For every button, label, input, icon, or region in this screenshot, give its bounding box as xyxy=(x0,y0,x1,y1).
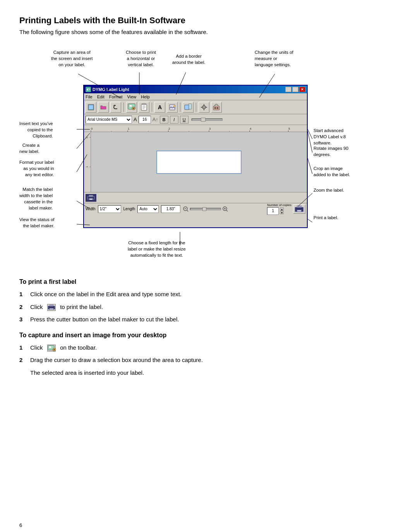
menu-edit[interactable]: Edit xyxy=(97,94,104,99)
step-2-3: The selected area is inserted into your … xyxy=(30,369,399,378)
underline-button[interactable]: U xyxy=(180,116,188,124)
step-num-2-2: 2 xyxy=(19,356,30,365)
more-tools-button[interactable] xyxy=(211,102,222,113)
toolbar-sep-2 xyxy=(152,103,152,112)
open-button[interactable] xyxy=(98,102,109,113)
ruler: 0 1 2 3 4 5 xyxy=(84,125,307,132)
svg-text:3: 3 xyxy=(209,127,211,130)
win-controls: _ □ ✕ xyxy=(285,87,305,92)
length-select[interactable]: Auto xyxy=(137,205,159,213)
bold-button[interactable]: B xyxy=(160,116,168,124)
dymo-toolbar: A xyxy=(84,100,307,114)
label-box xyxy=(156,151,242,174)
section2-steps: 1 Click on the toolbar. 2 Drag the curse… xyxy=(19,343,399,378)
svg-rect-81 xyxy=(49,346,51,348)
close-button[interactable]: ✕ xyxy=(299,87,305,92)
menu-format[interactable]: Format xyxy=(109,94,123,99)
maximize-button[interactable]: □ xyxy=(292,87,298,92)
svg-text:2: 2 xyxy=(168,127,170,130)
image-button[interactable] xyxy=(167,102,178,113)
section1-steps: 1 Click once on the label in the Edit ar… xyxy=(19,290,399,324)
callout-view-status: View the status of the label maker. xyxy=(19,216,55,229)
step-1-2: 2 Click to print the label. xyxy=(19,303,399,312)
dymo-icon: 🏷 xyxy=(86,87,91,92)
svg-rect-49 xyxy=(89,199,93,200)
dymo-titlebar: 🏷 DYMO Label Light _ □ ✕ xyxy=(84,86,307,93)
toolbar-sep-4 xyxy=(196,103,196,112)
text-slider[interactable] xyxy=(192,118,223,121)
copies-spinner: ▲ ▼ xyxy=(280,208,284,214)
width-select[interactable]: 1/2" xyxy=(98,205,121,213)
svg-rect-1 xyxy=(89,105,93,109)
zoom-controls xyxy=(183,206,228,212)
svg-point-17 xyxy=(203,106,205,108)
step-1-1-text: Click once on the label in the Edit area… xyxy=(30,290,182,299)
svg-rect-22 xyxy=(213,106,219,110)
svg-rect-79 xyxy=(50,309,53,309)
font-size-input[interactable] xyxy=(139,116,151,124)
svg-rect-3 xyxy=(129,105,132,107)
paste-clipboard-button[interactable] xyxy=(139,102,149,113)
svg-line-52 xyxy=(187,210,188,211)
svg-point-24 xyxy=(217,107,218,109)
svg-line-56 xyxy=(226,210,228,211)
font-select[interactable]: Arial Unicode MS xyxy=(86,116,132,124)
callout-rotate-images: Rotate images 90 degrees. xyxy=(314,145,348,158)
zoom-thumb xyxy=(202,207,206,211)
copies-down-button[interactable]: ▼ xyxy=(280,211,284,214)
section-print-first-label: To print a first label 1 Click once on t… xyxy=(19,278,399,324)
print-button[interactable] xyxy=(293,204,305,214)
step-num-2: 2 xyxy=(19,303,30,312)
page-title: Printing Labels with the Built-In Softwa… xyxy=(19,15,399,26)
callout-format-label: Format your label as you would in any te… xyxy=(19,159,54,178)
zoom-slider[interactable] xyxy=(190,208,221,210)
menu-view[interactable]: View xyxy=(127,94,137,99)
subtitle: The following figure shows some of the f… xyxy=(19,29,399,35)
length-label: Length xyxy=(123,207,135,211)
svg-rect-8 xyxy=(142,103,146,105)
step-num-3: 3 xyxy=(19,315,30,324)
dymo-window: 🏷 DYMO Label Light _ □ ✕ File Edit Forma… xyxy=(83,85,308,228)
svg-line-70 xyxy=(308,129,312,139)
zoom-out-icon xyxy=(183,206,189,212)
callout-zoom-label: Zoom the label. xyxy=(314,187,344,193)
svg-rect-59 xyxy=(297,206,302,208)
svg-rect-60 xyxy=(297,210,301,211)
section-capture-image: To capture and insert an image from your… xyxy=(19,332,399,378)
callout-add-border: Add a border around the label. xyxy=(172,53,206,65)
svg-point-13 xyxy=(173,105,175,107)
callout-change-units: Change the units of measure or language … xyxy=(255,49,293,68)
copies-area: Number of copies ▲ ▼ xyxy=(267,203,305,215)
copies-up-button[interactable]: ▲ xyxy=(280,208,284,211)
callout-create-new: Create a new label. xyxy=(19,142,39,154)
copies-input[interactable] xyxy=(267,207,279,215)
svg-text:1: 1 xyxy=(128,127,130,130)
new-label-button[interactable] xyxy=(86,102,96,113)
step-2-2: 2 Drag the curser to draw a selection bo… xyxy=(19,356,399,365)
step-num-2-1: 1 xyxy=(19,343,30,352)
zoom-in-icon xyxy=(222,206,228,212)
orientation-button[interactable] xyxy=(183,102,194,113)
callout-print-label: Print a label. xyxy=(314,215,338,221)
text-button[interactable]: A xyxy=(154,102,165,113)
callout-fixed-length: Choose a fixed length for the label or m… xyxy=(128,240,186,258)
window-title: DYMO Label Light xyxy=(93,87,129,92)
ruler-marks: 0 1 2 3 4 5 xyxy=(86,125,305,132)
minimize-button[interactable]: _ xyxy=(285,87,291,92)
edit-canvas[interactable] xyxy=(91,132,307,192)
svg-text:4: 4 xyxy=(250,127,252,130)
svg-text:1: 1 xyxy=(86,166,88,168)
callout-crop-image: Crop an image added to the label. xyxy=(314,165,350,178)
undo-button[interactable] xyxy=(110,102,121,113)
italic-button[interactable]: I xyxy=(170,116,178,124)
svg-text:0: 0 xyxy=(91,127,93,130)
capture-area-button[interactable] xyxy=(126,102,137,113)
settings-button[interactable] xyxy=(199,102,209,113)
svg-line-72 xyxy=(308,158,312,174)
svg-line-71 xyxy=(308,131,312,153)
menu-help[interactable]: Help xyxy=(141,94,150,99)
length-measurement-input[interactable] xyxy=(161,205,180,213)
svg-text:5: 5 xyxy=(288,127,290,130)
toolbar-sep-3 xyxy=(180,103,180,112)
menu-file[interactable]: File xyxy=(86,94,93,99)
